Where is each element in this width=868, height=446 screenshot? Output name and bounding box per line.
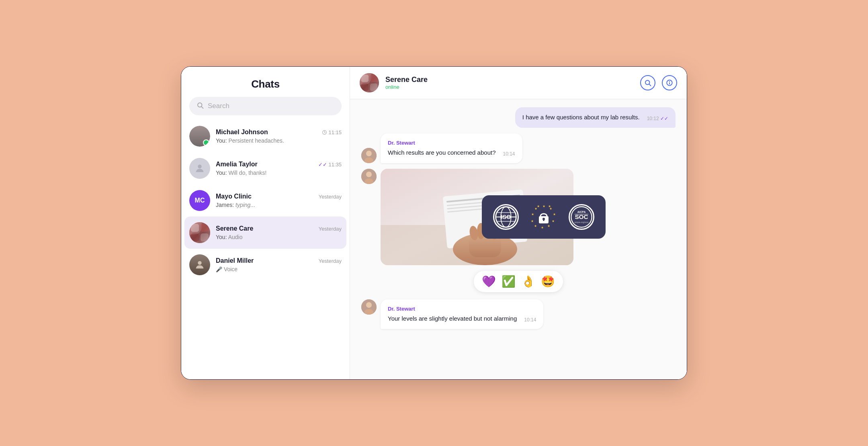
chats-title: Chats [191,78,340,90]
chat-info-amelia: Amelia Taylor ✓✓ 11:35 You: Will do, tha… [216,161,342,176]
search-bar[interactable]: Search [189,97,342,115]
avatar-michael [189,126,210,147]
chat-item-mayo[interactable]: MC Mayo Clinic Yesterday James: typing..… [181,184,350,217]
reaction-star-eyes[interactable]: 🤩 [541,275,555,288]
msg-text-1: I have a few questions about my lab resu… [522,113,640,122]
app-container: Chats Search Michael Johnson [181,66,687,380]
header-name: Serene Care [385,76,634,84]
chat-preview-amelia: You: Will do, thanks! [216,170,342,176]
chat-name-mayo: Mayo Clinic [216,193,252,200]
svg-text:★: ★ [534,224,537,228]
svg-text:★: ★ [541,226,544,229]
svg-rect-6 [191,233,199,241]
message-received-1: Dr. Stewart Which results are you concer… [361,133,676,163]
search-placeholder: Search [208,102,229,110]
reaction-heart[interactable]: 💜 [482,275,496,288]
chat-time-michael: 11:15 [322,129,342,135]
svg-rect-10 [370,75,377,82]
chat-preview-michael: You: Persistent headaches. [216,137,342,144]
avatar-mayo: MC [189,190,210,211]
svg-point-64 [366,302,372,308]
bubble-sent-1: I have a few questions about my lab resu… [515,107,676,128]
left-panel: Chats Search Michael Johnson [181,67,350,379]
svg-point-3 [198,165,201,168]
svg-text:ISO: ISO [501,214,511,220]
svg-text:AICPA: AICPA [577,210,586,213]
svg-rect-11 [361,84,368,91]
header-info: Serene Care online [385,76,634,90]
chat-time-daniel: Yesterday [319,258,342,264]
avatar-amelia [189,158,210,179]
svg-text:★: ★ [548,205,551,208]
chat-item-amelia[interactable]: Amelia Taylor ✓✓ 11:35 You: Will do, tha… [181,152,350,184]
dr-name-2: Dr. Stewart [388,305,536,313]
message-image: ISO ★ ★ [361,169,676,265]
avatar-serene [189,222,210,243]
chat-time-serene: Yesterday [319,226,342,232]
chat-name-michael: Michael Johnson [216,129,268,136]
svg-rect-4 [191,224,199,232]
chat-time-amelia: ✓✓ 11:35 [318,162,342,168]
svg-rect-9 [361,75,368,82]
bubble-received-1: Dr. Stewart Which results are you concer… [381,133,522,163]
svg-text:★: ★ [542,205,545,208]
last-msg-time: 10:14 [524,316,536,323]
chat-header: Serene Care online [350,67,687,99]
svg-rect-7 [201,233,209,241]
chat-info-serene: Serene Care Yesterday You: Audio [216,225,342,240]
last-msg-text: Your levels are slightly elevated but no… [388,314,517,323]
info-button[interactable] [662,75,677,90]
svg-text:★: ★ [547,224,550,228]
chat-list: Michael Johnson 11:15 You: Persistent he… [181,120,350,379]
reaction-check[interactable]: ✅ [502,275,516,288]
svg-point-19 [366,151,372,156]
svg-rect-57 [543,219,545,221]
svg-text:★: ★ [531,213,534,216]
reactions-bar[interactable]: 💜 ✅ 👌 🤩 [474,271,563,292]
search-icon [197,102,204,110]
svg-text:★: ★ [552,219,555,223]
soc-badge: AICPA SOC aicpa.org/soc [569,204,594,230]
right-panel: Serene Care online [350,67,687,379]
gdpr-badge: ★ ★ ★ ★ ★ ★ ★ ★ ★ ★ [530,203,557,231]
msg-text-2: Which results are you concerned about? [388,148,495,158]
svg-text:★: ★ [553,213,556,216]
chat-item-daniel[interactable]: Daniel Miller Yesterday 🎤 Voice [181,249,350,281]
security-badges-overlay: ISO ★ ★ [482,195,606,239]
dr-name-1: Dr. Stewart [388,139,515,147]
svg-point-22 [366,172,372,177]
message-sent-1: I have a few questions about my lab resu… [361,107,676,128]
svg-rect-5 [201,224,209,232]
msg-time-2: 10:14 [503,150,515,158]
reaction-ok[interactable]: 👌 [521,275,535,288]
chat-name-daniel: Daniel Miller [216,257,254,264]
chat-preview-serene: You: Audio [216,234,342,240]
svg-text:★: ★ [537,205,540,208]
dr-avatar-3 [361,299,377,315]
chat-preview-mayo: James: typing... [216,202,342,208]
chat-item-michael[interactable]: Michael Johnson 11:15 You: Persistent he… [181,120,350,152]
image-message-container: ISO ★ ★ [381,169,573,265]
iso-badge: ISO [493,204,519,230]
dr-avatar-2 [361,169,377,184]
chat-info-mayo: Mayo Clinic Yesterday James: typing... [216,193,342,208]
header-avatar-serene [360,73,379,92]
svg-text:aicpa.org/soc: aicpa.org/soc [574,221,589,223]
search-button[interactable] [640,75,655,90]
iso-globe-icon: ISO [493,204,519,230]
header-status: online [385,84,634,90]
header-icons [640,75,677,90]
bubble-received-2: Dr. Stewart Your levels are slightly ele… [381,299,543,329]
message-received-2: Dr. Stewart Your levels are slightly ele… [361,299,676,329]
chat-info-daniel: Daniel Miller Yesterday 🎤 Voice [216,257,342,272]
avatar-daniel [189,254,210,275]
chats-header: Chats [181,67,350,97]
chat-info-michael: Michael Johnson 11:15 You: Persistent he… [216,129,342,144]
chat-name-serene: Serene Care [216,225,253,232]
svg-text:★: ★ [531,219,534,223]
svg-line-1 [201,106,203,108]
svg-text:SOC: SOC [575,213,588,220]
svg-point-8 [198,261,201,265]
svg-rect-12 [370,84,377,91]
chat-item-serene[interactable]: Serene Care Yesterday You: Audio [184,217,346,249]
